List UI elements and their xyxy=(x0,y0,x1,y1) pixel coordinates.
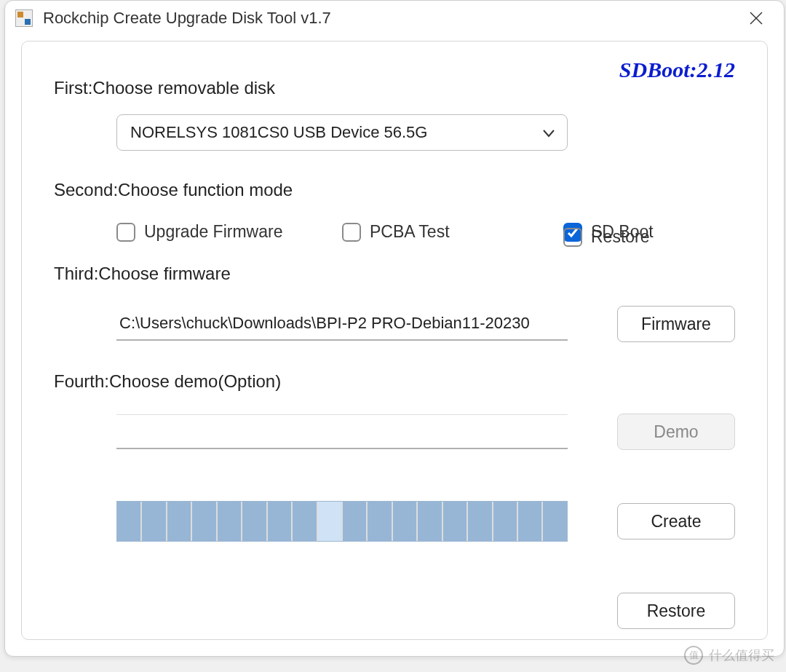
chevron-down-icon xyxy=(542,123,555,142)
progress-segment xyxy=(242,502,267,541)
progress-segment xyxy=(543,502,566,541)
titlebar: Rockchip Create Upgrade Disk Tool v1.7 xyxy=(5,1,784,36)
progress-segment xyxy=(468,502,493,541)
checkbox-box-icon xyxy=(116,223,135,242)
progress-segment xyxy=(318,502,343,541)
window-title: Rockchip Create Upgrade Disk Tool v1.7 xyxy=(43,9,742,28)
removable-disk-combo[interactable]: NORELSYS 1081CS0 USB Device 56.5G xyxy=(116,114,568,151)
watermark-icon: 值 xyxy=(684,646,703,665)
progress-segment xyxy=(167,502,192,541)
section-choose-disk: First:Choose removable disk NORELSYS 108… xyxy=(54,78,735,151)
watermark-text: 什么值得买 xyxy=(709,647,774,664)
section-choose-firmware: Third:Choose firmware Firmware xyxy=(54,264,735,342)
checkbox-pcba-test[interactable]: PCBA Test xyxy=(342,222,553,242)
progress-segment xyxy=(418,502,442,541)
progress-bar xyxy=(116,501,568,542)
label-second: Second:Choose function mode xyxy=(54,180,735,200)
checkbox-label: PCBA Test xyxy=(370,222,450,242)
close-icon xyxy=(750,12,763,25)
section-choose-demo: Fourth:Choose demo(Option) Demo xyxy=(54,371,735,450)
progress-segment xyxy=(343,502,368,541)
firmware-path-input[interactable] xyxy=(116,307,568,341)
checkbox-box-icon xyxy=(342,223,361,242)
create-button[interactable]: Create xyxy=(617,503,735,539)
combo-selected-value: NORELSYS 1081CS0 USB Device 56.5G xyxy=(130,123,542,142)
progress-row: Create xyxy=(54,501,735,542)
restore-button[interactable]: Restore xyxy=(617,593,735,629)
firmware-button[interactable]: Firmware xyxy=(617,306,735,342)
progress-segment xyxy=(218,502,242,541)
app-icon xyxy=(15,9,33,27)
progress-segment xyxy=(268,502,293,541)
progress-segment xyxy=(518,502,543,541)
progress-segment xyxy=(493,502,518,541)
progress-segment xyxy=(393,502,418,541)
sdboot-status: SDBoot:2.12 xyxy=(619,58,735,82)
progress-segment xyxy=(117,502,142,541)
client-area: SDBoot:2.12 First:Choose removable disk … xyxy=(21,41,768,640)
demo-button[interactable]: Demo xyxy=(617,414,735,450)
watermark: 值 什么值得买 xyxy=(684,646,774,665)
checkbox-label: Upgrade Firmware xyxy=(144,222,282,242)
progress-segment xyxy=(192,502,217,541)
checkbox-restore[interactable]: Restore xyxy=(563,227,650,247)
demo-path-input[interactable] xyxy=(116,414,568,449)
progress-segment xyxy=(293,502,317,541)
label-third: Third:Choose firmware xyxy=(54,264,735,284)
progress-segment xyxy=(142,502,167,541)
app-window: Rockchip Create Upgrade Disk Tool v1.7 S… xyxy=(4,0,785,657)
restore-row: Restore xyxy=(54,593,735,629)
label-fourth: Fourth:Choose demo(Option) xyxy=(54,371,735,392)
close-button[interactable] xyxy=(742,4,771,33)
checkbox-box-icon xyxy=(563,228,582,247)
checkbox-label: Restore xyxy=(591,227,650,247)
progress-segment xyxy=(443,502,468,541)
checkbox-upgrade-firmware[interactable]: Upgrade Firmware xyxy=(116,222,342,242)
progress-segment xyxy=(368,502,392,541)
